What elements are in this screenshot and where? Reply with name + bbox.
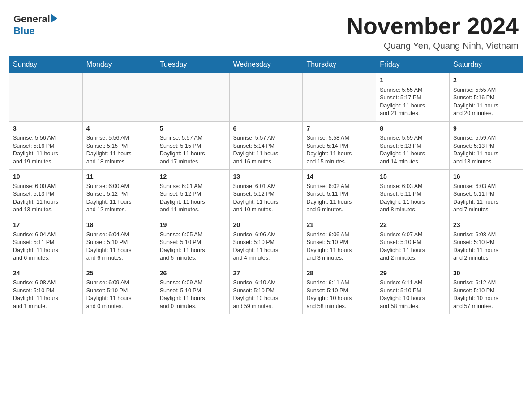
week-row-5: 24Sunrise: 6:08 AMSunset: 5:10 PMDayligh… bbox=[9, 266, 523, 314]
calendar-cell: 15Sunrise: 6:03 AMSunset: 5:11 PMDayligh… bbox=[376, 170, 450, 218]
day-number: 27 bbox=[233, 269, 299, 278]
day-info: Daylight: 11 hours bbox=[86, 295, 152, 303]
day-info: Daylight: 11 hours bbox=[160, 150, 226, 158]
day-number: 20 bbox=[233, 221, 299, 230]
week-row-3: 10Sunrise: 6:00 AMSunset: 5:13 PMDayligh… bbox=[9, 170, 523, 218]
day-number: 16 bbox=[453, 172, 519, 181]
day-header-saturday: Saturday bbox=[450, 56, 523, 73]
day-header-thursday: Thursday bbox=[303, 56, 376, 73]
day-number: 3 bbox=[13, 124, 79, 133]
calendar-cell: 29Sunrise: 6:11 AMSunset: 5:10 PMDayligh… bbox=[376, 266, 450, 314]
day-info: Sunrise: 6:02 AM bbox=[306, 183, 372, 191]
calendar-cell: 21Sunrise: 6:06 AMSunset: 5:10 PMDayligh… bbox=[303, 218, 376, 266]
day-info: Daylight: 11 hours bbox=[380, 198, 446, 206]
calendar-cell: 23Sunrise: 6:08 AMSunset: 5:10 PMDayligh… bbox=[450, 218, 523, 266]
calendar-cell: 20Sunrise: 6:06 AMSunset: 5:10 PMDayligh… bbox=[229, 218, 303, 266]
day-info: Sunrise: 5:57 AM bbox=[233, 134, 299, 142]
day-number: 26 bbox=[160, 269, 226, 278]
day-info: Sunrise: 5:56 AM bbox=[86, 134, 152, 142]
day-info: Daylight: 11 hours bbox=[86, 150, 152, 158]
day-number: 23 bbox=[453, 221, 519, 230]
day-info: Sunset: 5:17 PM bbox=[380, 94, 446, 102]
day-info: Sunset: 5:10 PM bbox=[13, 287, 79, 295]
day-info: and 17 minutes. bbox=[160, 158, 226, 166]
calendar-cell: 14Sunrise: 6:02 AMSunset: 5:11 PMDayligh… bbox=[303, 170, 376, 218]
day-number: 9 bbox=[453, 124, 519, 133]
calendar-cell: 17Sunrise: 6:04 AMSunset: 5:11 PMDayligh… bbox=[9, 218, 83, 266]
day-number: 5 bbox=[160, 124, 226, 133]
calendar-cell: 18Sunrise: 6:04 AMSunset: 5:10 PMDayligh… bbox=[82, 218, 156, 266]
day-number: 19 bbox=[160, 221, 226, 230]
day-info: Sunrise: 6:05 AM bbox=[160, 231, 226, 239]
day-number: 13 bbox=[233, 172, 299, 181]
day-number: 18 bbox=[86, 221, 152, 230]
day-number: 28 bbox=[306, 269, 372, 278]
day-info: Sunset: 5:10 PM bbox=[380, 287, 446, 295]
day-info: Daylight: 10 hours bbox=[233, 295, 299, 303]
day-info: Daylight: 11 hours bbox=[13, 150, 79, 158]
day-info: Sunset: 5:11 PM bbox=[380, 190, 446, 198]
day-info: Sunset: 5:13 PM bbox=[380, 142, 446, 150]
day-info: Daylight: 11 hours bbox=[306, 247, 372, 255]
calendar-cell: 13Sunrise: 6:01 AMSunset: 5:12 PMDayligh… bbox=[229, 170, 303, 218]
day-info: Sunset: 5:10 PM bbox=[160, 239, 226, 247]
day-info: Sunset: 5:11 PM bbox=[306, 190, 372, 198]
day-info: and 19 minutes. bbox=[13, 158, 79, 166]
page-header: General Blue November 2024 Quang Yen, Qu… bbox=[9, 9, 523, 51]
calendar-cell: 9Sunrise: 5:59 AMSunset: 5:13 PMDaylight… bbox=[450, 121, 523, 170]
day-info: Sunset: 5:16 PM bbox=[453, 94, 519, 102]
month-title: November 2024 bbox=[347, 13, 519, 39]
day-info: Daylight: 11 hours bbox=[306, 198, 372, 206]
day-number: 12 bbox=[160, 172, 226, 181]
day-info: and 16 minutes. bbox=[233, 158, 299, 166]
day-info: Sunrise: 5:56 AM bbox=[13, 134, 79, 142]
calendar-cell: 26Sunrise: 6:09 AMSunset: 5:10 PMDayligh… bbox=[156, 266, 229, 314]
calendar-cell: 11Sunrise: 6:00 AMSunset: 5:12 PMDayligh… bbox=[82, 170, 156, 218]
day-info: Daylight: 11 hours bbox=[86, 247, 152, 255]
day-info: and 58 minutes. bbox=[306, 303, 372, 311]
day-number: 8 bbox=[380, 124, 446, 133]
week-row-4: 17Sunrise: 6:04 AMSunset: 5:11 PMDayligh… bbox=[9, 218, 523, 266]
day-info: and 15 minutes. bbox=[306, 158, 372, 166]
day-info: Sunset: 5:10 PM bbox=[306, 287, 372, 295]
day-number: 6 bbox=[233, 124, 299, 133]
calendar-cell: 3Sunrise: 5:56 AMSunset: 5:16 PMDaylight… bbox=[9, 121, 83, 170]
calendar-cell: 16Sunrise: 6:03 AMSunset: 5:11 PMDayligh… bbox=[450, 170, 523, 218]
day-info: Daylight: 11 hours bbox=[380, 150, 446, 158]
day-info: Sunrise: 6:00 AM bbox=[86, 183, 152, 191]
day-info: Sunrise: 5:57 AM bbox=[160, 134, 226, 142]
day-info: Daylight: 11 hours bbox=[453, 198, 519, 206]
day-info: Sunrise: 6:11 AM bbox=[380, 279, 446, 287]
location-label: Quang Yen, Quang Ninh, Vietnam bbox=[347, 41, 519, 51]
day-info: and 4 minutes. bbox=[233, 254, 299, 262]
day-info: Sunrise: 6:04 AM bbox=[13, 231, 79, 239]
day-info: and 10 minutes. bbox=[233, 206, 299, 214]
calendar-cell bbox=[229, 73, 303, 122]
calendar-cell: 22Sunrise: 6:07 AMSunset: 5:10 PMDayligh… bbox=[376, 218, 450, 266]
day-info: Sunrise: 6:04 AM bbox=[86, 231, 152, 239]
day-info: Sunset: 5:13 PM bbox=[453, 142, 519, 150]
day-info: Sunset: 5:11 PM bbox=[13, 239, 79, 247]
day-header-monday: Monday bbox=[82, 56, 156, 73]
calendar-cell: 30Sunrise: 6:12 AMSunset: 5:10 PMDayligh… bbox=[450, 266, 523, 314]
day-info: and 6 minutes. bbox=[86, 254, 152, 262]
day-number: 7 bbox=[306, 124, 372, 133]
day-info: and 1 minute. bbox=[13, 303, 79, 311]
day-info: and 59 minutes. bbox=[233, 303, 299, 311]
day-info: Sunrise: 5:55 AM bbox=[380, 86, 446, 94]
day-header-friday: Friday bbox=[376, 56, 450, 73]
day-info: and 6 minutes. bbox=[13, 254, 79, 262]
calendar-cell: 6Sunrise: 5:57 AMSunset: 5:14 PMDaylight… bbox=[229, 121, 303, 170]
week-row-1: 1Sunrise: 5:55 AMSunset: 5:17 PMDaylight… bbox=[9, 73, 523, 122]
day-info: and 18 minutes. bbox=[86, 158, 152, 166]
calendar-cell: 8Sunrise: 5:59 AMSunset: 5:13 PMDaylight… bbox=[376, 121, 450, 170]
day-info: and 11 minutes. bbox=[160, 206, 226, 214]
day-number: 29 bbox=[380, 269, 446, 278]
day-info: Sunrise: 6:00 AM bbox=[13, 183, 79, 191]
day-info: Daylight: 10 hours bbox=[453, 295, 519, 303]
day-info: and 5 minutes. bbox=[160, 254, 226, 262]
calendar-cell: 10Sunrise: 6:00 AMSunset: 5:13 PMDayligh… bbox=[9, 170, 83, 218]
day-info: Daylight: 11 hours bbox=[233, 247, 299, 255]
day-info: Sunrise: 6:06 AM bbox=[233, 231, 299, 239]
day-number: 2 bbox=[453, 76, 519, 85]
